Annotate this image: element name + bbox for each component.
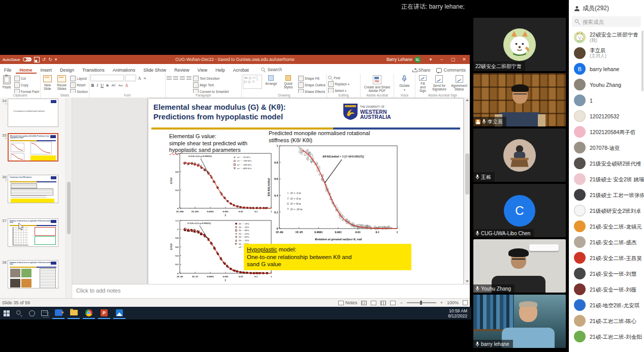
ribbon-tab-insert[interactable]: Insert — [37, 66, 56, 74]
notes-pane[interactable]: Click to add notes — [72, 284, 470, 298]
slide-sorter-view-button[interactable] — [371, 301, 376, 305]
thumbnail-image[interactable]: Elemental shear modulus (G) & (Kθ): Pred… — [8, 133, 58, 162]
taskbar-search-icon[interactable] — [13, 307, 25, 319]
thumbnail-scrollbar[interactable] — [66, 98, 71, 298]
canvas-scrollbar[interactable] — [464, 98, 470, 284]
thumbnail-image[interactable]: 4. Development of simplified model (rigi… — [8, 99, 58, 127]
text-direction-button[interactable]: Text Direction — [193, 76, 229, 81]
slide-thumbnail-37[interactable]: 37Database of lateral tests on rigid pil… — [0, 218, 58, 247]
member-row[interactable]: Bbarry lehane — [569, 61, 644, 77]
taskbar-meeting-app-icon[interactable] — [52, 307, 65, 319]
replace-button[interactable]: Replace▾ — [328, 81, 349, 87]
video-tile-1[interactable]: 22硕安全二班邵宁胄 — [473, 18, 566, 71]
member-search-box[interactable] — [572, 16, 641, 27]
ribbon-options-button[interactable]: ▾ — [425, 55, 436, 64]
member-row[interactable]: 207078-迪亚 — [569, 140, 644, 155]
reset-button[interactable]: Reset — [70, 82, 88, 88]
reading-view-button[interactable] — [380, 301, 386, 305]
member-row[interactable]: 21硕-安全二班-王昌昊 — [569, 250, 644, 266]
member-row[interactable]: 21级硕研安全2班刘卓 — [569, 203, 644, 218]
new-slide-button[interactable]: New Slide — [42, 75, 53, 93]
copy-button[interactable]: Copy — [14, 82, 39, 88]
find-button[interactable]: Find — [328, 76, 349, 80]
member-row[interactable]: 22硕安全二班邵宁胄(我) — [569, 29, 644, 45]
members-scrollbar[interactable] — [641, 30, 643, 91]
ribbon-tab-view[interactable]: View — [194, 66, 211, 74]
ppt-titlebar[interactable]: AutoSave On ↺ ↻ ▾ CUG-Wuhan-Dec22 - Save… — [0, 55, 470, 64]
video-tile-2[interactable]: 李立辰 — [473, 73, 566, 126]
taskbar-chrome-icon[interactable] — [83, 307, 95, 319]
grow-font-button[interactable]: A — [137, 76, 142, 81]
ribbon-tab-file[interactable]: File — [0, 66, 16, 74]
redo-icon[interactable]: ↻ — [48, 57, 52, 62]
create-share-pdf-button[interactable]: Create and Share Adobe PDF — [362, 75, 393, 93]
thumbnail-image[interactable]: Database of lateral tests on rigid piles… — [8, 260, 58, 289]
fill-and-sign-button[interactable]: Fill and Sign — [416, 75, 429, 93]
member-row[interactable]: 21硕-安全一班-刘慧 — [569, 266, 644, 281]
ribbon-search[interactable]: Search — [261, 67, 282, 74]
video-tile-3[interactable]: 王栋 — [473, 129, 566, 182]
restore-button[interactable]: ▢ — [447, 55, 459, 64]
convert-smartart-button[interactable]: Convert to SmartArt — [193, 89, 229, 93]
bold-button[interactable]: B — [90, 83, 95, 88]
member-row[interactable]: 1202120584周子佰 — [569, 124, 644, 140]
undo-icon[interactable]: ↺ — [42, 57, 46, 62]
taskbar-file-explorer-icon[interactable] — [68, 307, 80, 319]
numbering-icon[interactable] — [173, 76, 178, 80]
member-search-input[interactable] — [582, 18, 634, 25]
quick-access-caret-icon[interactable]: ▾ — [55, 57, 57, 62]
member-row[interactable]: 21级安全硕研2班代维 — [569, 155, 644, 171]
ribbon-tab-acrobat[interactable]: Acrobat — [229, 66, 253, 74]
indent-icon[interactable] — [180, 76, 185, 80]
member-row[interactable]: 李立辰(主持人) — [569, 45, 644, 61]
minimize-button[interactable]: – — [436, 55, 447, 64]
normal-view-button[interactable] — [361, 301, 367, 305]
member-row[interactable]: 21硕-地空2班-尤安琪 — [569, 297, 644, 313]
paste-button[interactable]: Paste — [1, 75, 13, 93]
shape-outline-button[interactable]: Shape Outline — [298, 82, 326, 88]
taskbar-photos-icon[interactable] — [113, 307, 125, 319]
cut-button[interactable]: Cut — [14, 76, 39, 81]
video-tile-6[interactable]: barry lehane — [473, 295, 566, 348]
ribbon-tab-design[interactable]: Design — [56, 66, 78, 74]
member-row[interactable]: 1 — [569, 92, 644, 108]
member-row[interactable]: 21级硕士 安全2班 姚瑞 — [569, 171, 644, 187]
zoom-level[interactable]: 100% — [447, 300, 459, 305]
account-name[interactable]: Barry Lehane — [387, 57, 412, 62]
bullets-icon[interactable] — [167, 76, 172, 80]
thumbnail-image[interactable]: Database of lateral tests on rigid piles… — [8, 218, 58, 247]
ribbon-tab-help[interactable]: Help — [211, 66, 229, 74]
ribbon-tab-slide-show[interactable]: Slide Show — [139, 66, 170, 74]
slide-thumbnail-34[interactable]: 34*4. Development of simplified model (r… — [0, 99, 58, 127]
autosave-toggle[interactable]: On — [23, 57, 31, 61]
ribbon-tab-review[interactable]: Review — [170, 66, 194, 74]
ribbon-tab-transitions[interactable]: Transitions — [78, 66, 109, 74]
slide-thumbnail-35[interactable]: 35*Elemental shear modulus (G) & (Kθ): P… — [0, 133, 58, 162]
font-size-select[interactable] — [125, 75, 136, 81]
member-row[interactable]: 21硕-工岩二班-陈心 — [569, 313, 644, 329]
notes-toggle-button[interactable]: Notes — [338, 300, 358, 305]
align-text-button[interactable]: Align Text — [193, 82, 229, 88]
shrink-font-button[interactable]: A — [143, 76, 147, 80]
font-color-button[interactable]: A — [124, 83, 129, 88]
member-row[interactable]: 21硕-安全二班-龙镇元 — [569, 218, 644, 234]
reuse-slides-button[interactable]: Reuse Slides — [55, 75, 69, 93]
ribbon-tab-animations[interactable]: Animations — [109, 66, 140, 74]
member-row[interactable]: Youhu Zhang — [569, 77, 644, 92]
quick-styles-button[interactable]: Quick Styles — [280, 75, 296, 93]
zoom-in-button[interactable]: + — [440, 300, 443, 305]
format-painter-button[interactable]: Format Painter — [14, 89, 39, 93]
account-avatar[interactable]: BL — [414, 56, 421, 63]
member-row[interactable]: 21硕-安全二班-盛杰 — [569, 234, 644, 250]
font-name-select[interactable] — [90, 75, 124, 81]
change-case-button[interactable]: Aa — [118, 83, 123, 87]
cortana-icon[interactable] — [25, 307, 38, 319]
share-button[interactable]: Share — [412, 68, 430, 73]
character-spacing-button[interactable]: AV — [110, 83, 116, 87]
comments-button[interactable]: Comments — [436, 68, 466, 73]
member-row[interactable]: 21硕-工岩二班-刘金阳 — [569, 329, 644, 344]
fit-to-window-icon[interactable] — [463, 300, 468, 305]
line-spacing-icon[interactable] — [186, 76, 191, 80]
member-row[interactable]: 21硕-安全一班-刘薇 — [569, 281, 644, 297]
select-button[interactable]: Select▾ — [328, 88, 349, 93]
